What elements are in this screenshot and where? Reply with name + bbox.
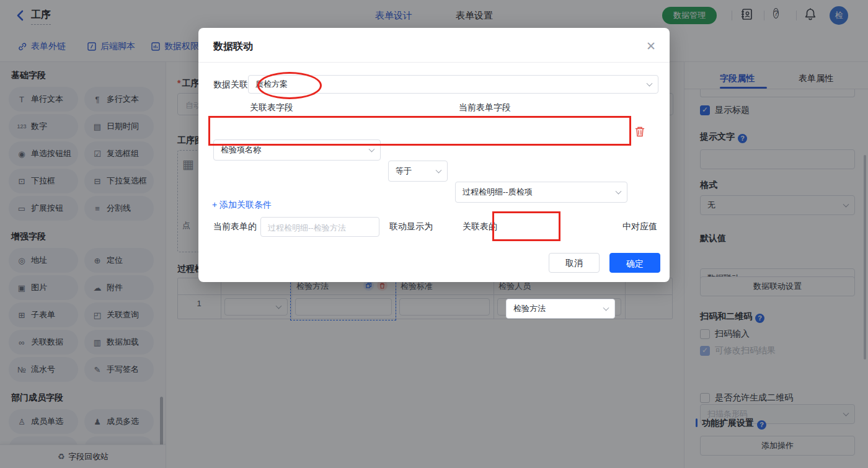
data-linkage-modal: 数据联动 ✕ 数据关联表 质检方案 关联表字段 当前表单字段 检验项名称 等于 … [198, 28, 670, 282]
related-field-select[interactable]: 检验方法 [506, 299, 615, 319]
condition-target-select[interactable]: 过程检明细--质检项 [455, 182, 627, 203]
delete-condition-icon[interactable] [635, 126, 645, 139]
condition-field-select[interactable]: 检验项名称 [213, 139, 381, 161]
current-form-column-header: 当前表单字段 [459, 102, 511, 113]
current-form-field-input[interactable]: 过程检明细--检验方法 [260, 217, 379, 237]
chevron-down-icon [603, 305, 609, 311]
display-as-label: 联动显示为 [389, 221, 433, 232]
chevron-down-icon [369, 146, 375, 152]
modal-title: 数据联动 [213, 40, 253, 53]
condition-operator-select[interactable]: 等于 [388, 161, 448, 182]
confirm-button[interactable]: 确定 [609, 253, 660, 273]
suffix-label: 中对应值 [622, 221, 657, 232]
cancel-button[interactable]: 取消 [549, 253, 600, 273]
related-table-label: 关联表的 [463, 221, 497, 232]
add-condition-link[interactable]: + 添加关联条件 [212, 200, 272, 211]
divider [198, 62, 670, 63]
chevron-down-icon [616, 188, 622, 195]
app-root: 工序 表单设计 表单设置 数据管理 ? 检 表单外链 后端脚本 [0, 0, 868, 468]
chevron-down-icon [647, 81, 653, 87]
close-icon[interactable]: ✕ [644, 39, 658, 54]
link-table-select[interactable]: 质检方案 [248, 75, 658, 94]
related-field-column-header: 关联表字段 [250, 102, 293, 113]
current-form-label: 当前表单的 [213, 221, 257, 232]
chevron-down-icon [436, 167, 442, 174]
